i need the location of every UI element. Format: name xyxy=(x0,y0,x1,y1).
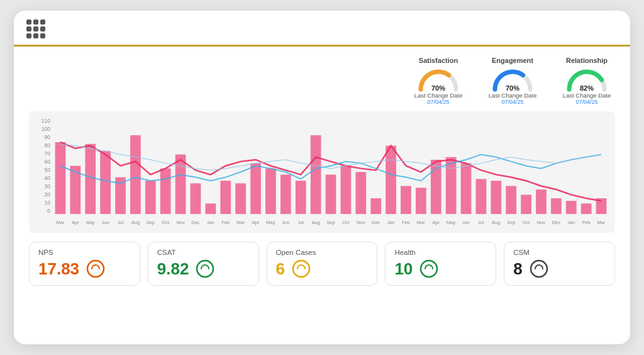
y-label: 110 xyxy=(42,118,50,124)
metric-value-nps: 17.83 xyxy=(38,259,79,279)
svg-point-42 xyxy=(293,261,309,277)
x-label: Jan xyxy=(203,220,218,225)
gauge-svg-0: 70% xyxy=(416,67,460,91)
svg-rect-33 xyxy=(506,186,516,214)
x-label: Apr xyxy=(428,220,443,225)
header-row: Satisfaction 70% Last Change Date 07/04/… xyxy=(29,57,615,105)
x-label: May xyxy=(263,220,278,225)
x-label: Jun xyxy=(458,220,474,225)
chart-plot xyxy=(53,118,609,214)
metric-value-csat: 9.82 xyxy=(157,259,189,279)
gauge-label-0: Satisfaction xyxy=(419,57,458,64)
metric-bottom-csm: 8 xyxy=(513,259,606,279)
metric-value-open-cases: 6 xyxy=(276,259,285,279)
svg-point-41 xyxy=(197,261,213,277)
chart-inner: 1101009080706050403020100 MarAprMayJunJu… xyxy=(35,118,609,228)
svg-rect-14 xyxy=(220,181,231,214)
svg-point-40 xyxy=(87,261,104,277)
x-label: Nov xyxy=(534,220,549,225)
circle-icon-open-cases xyxy=(291,259,311,279)
metric-card-csat: CSAT 9.82 xyxy=(148,242,259,286)
metric-bottom-csat: 9.82 xyxy=(157,259,250,279)
x-label: Jul xyxy=(293,220,308,225)
svg-rect-37 xyxy=(566,201,577,214)
gauge-relationship: Relationship 82% Last Change Date 07/04/… xyxy=(558,57,615,105)
x-label: Aug xyxy=(128,220,143,225)
x-label: Nov xyxy=(173,220,188,225)
metric-card-open-cases: Open Cases 6 xyxy=(267,242,378,286)
content-area: Satisfaction 70% Last Change Date 07/04/… xyxy=(14,47,630,297)
svg-rect-23 xyxy=(355,172,366,214)
svg-point-44 xyxy=(531,261,547,277)
svg-rect-26 xyxy=(401,186,411,214)
x-label: Feb xyxy=(579,220,594,225)
svg-rect-15 xyxy=(235,183,246,214)
x-label: Jun xyxy=(98,220,113,225)
circle-icon-csm xyxy=(529,259,549,279)
y-label: 40 xyxy=(45,175,50,181)
x-label: Sep xyxy=(323,220,338,225)
svg-rect-18 xyxy=(280,174,291,214)
svg-rect-16 xyxy=(250,163,261,214)
gauge-svg-1: 70% xyxy=(491,67,535,91)
svg-text:82%: 82% xyxy=(580,84,594,92)
metric-value-health: 10 xyxy=(394,259,413,279)
y-label: 50 xyxy=(45,167,50,173)
x-label: Sep xyxy=(143,220,158,225)
grid-icon[interactable] xyxy=(26,20,45,38)
svg-rect-17 xyxy=(265,169,276,214)
gauge-change-1: Last Change Date xyxy=(489,92,537,99)
svg-rect-13 xyxy=(206,203,216,214)
metric-bottom-open-cases: 6 xyxy=(276,259,369,279)
x-label: Nov xyxy=(353,220,369,225)
svg-rect-22 xyxy=(341,166,352,215)
y-label: 10 xyxy=(45,200,50,206)
y-axis: 1101009080706050403020100 xyxy=(35,118,53,214)
metric-card-health: Health 10 xyxy=(385,242,496,286)
x-label: Feb xyxy=(218,220,233,225)
x-label: Mar xyxy=(594,220,609,225)
x-label: Dec xyxy=(188,220,203,225)
y-label: 80 xyxy=(45,142,50,149)
x-label: Jun xyxy=(278,220,293,225)
gauge-date-2: 07/04/25 xyxy=(575,99,597,105)
svg-rect-12 xyxy=(191,183,201,214)
x-label: Aug xyxy=(489,220,504,225)
metrics-row: NPS 17.83 CSAT 9.82 Open Cases 6 Health … xyxy=(29,242,615,286)
gauge-change-0: Last Change Date xyxy=(414,92,463,99)
y-label: 90 xyxy=(45,134,50,140)
metric-title-csat: CSAT xyxy=(157,249,250,256)
x-label: Dec xyxy=(369,220,384,225)
svg-rect-35 xyxy=(536,189,547,214)
x-label: Jul xyxy=(113,220,128,225)
y-label: 100 xyxy=(42,126,50,132)
x-axis: MarAprMayJunJulAugSepOctNovDecJanFebMarA… xyxy=(53,217,609,228)
gauge-engagement: Engagement 70% Last Change Date 07/04/25 xyxy=(484,57,541,105)
svg-rect-3 xyxy=(55,142,66,214)
top-bar xyxy=(14,11,630,47)
svg-rect-34 xyxy=(521,194,531,214)
x-label: May xyxy=(83,220,98,225)
metric-title-health: Health xyxy=(394,249,487,256)
svg-rect-32 xyxy=(491,181,501,214)
metric-bottom-health: 10 xyxy=(394,259,487,279)
svg-rect-36 xyxy=(551,198,562,214)
svg-rect-21 xyxy=(326,174,336,214)
svg-rect-10 xyxy=(160,169,171,214)
svg-rect-29 xyxy=(446,157,457,214)
metric-title-nps: NPS xyxy=(38,249,131,256)
gauge-label-1: Engagement xyxy=(492,57,533,64)
svg-text:70%: 70% xyxy=(431,84,445,92)
x-label: Dec xyxy=(548,220,564,225)
x-label: Mar xyxy=(413,220,428,225)
metric-title-csm: CSM xyxy=(513,249,606,256)
y-label: 70 xyxy=(45,150,50,157)
svg-rect-5 xyxy=(85,144,96,214)
gauge-date-1: 07/04/25 xyxy=(501,99,523,105)
x-label: Sep xyxy=(504,220,519,225)
x-label: Oct xyxy=(519,220,534,225)
x-label: Jul xyxy=(474,220,489,225)
gauge-satisfaction: Satisfaction 70% Last Change Date 07/04/… xyxy=(410,57,467,105)
gauge-date-0: 07/04/25 xyxy=(427,99,449,105)
svg-rect-27 xyxy=(416,188,426,214)
